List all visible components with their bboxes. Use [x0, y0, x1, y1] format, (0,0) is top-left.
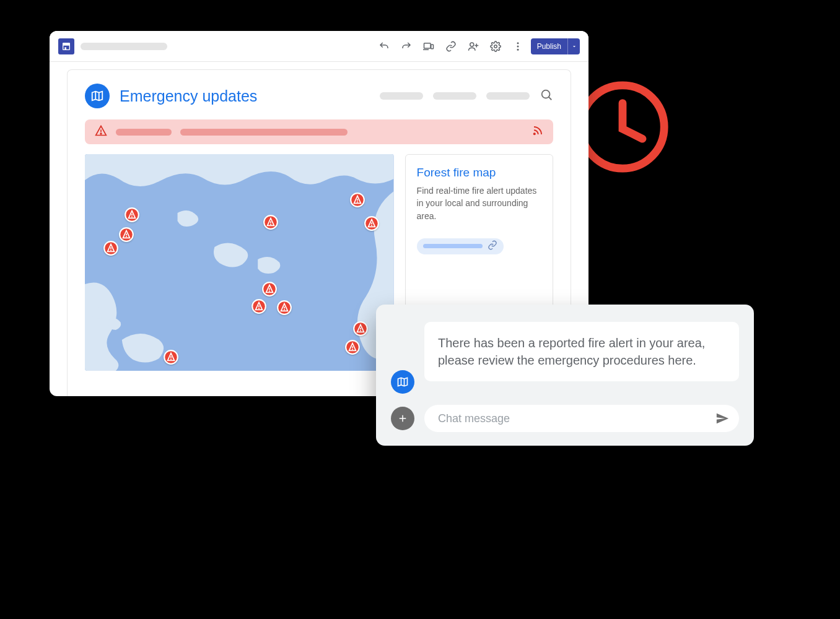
svg-point-58 — [170, 358, 172, 360]
warning-triangle-icon — [95, 124, 107, 139]
fire-pin-icon[interactable] — [251, 298, 267, 314]
fire-pin-icon[interactable] — [276, 300, 292, 316]
external-link-chip[interactable] — [417, 238, 504, 254]
page-header: Emergency updates — [68, 70, 571, 117]
fire-pin-icon[interactable] — [103, 240, 119, 256]
person-add-icon[interactable] — [466, 40, 480, 53]
svg-point-43 — [269, 290, 270, 292]
undo-icon[interactable] — [377, 40, 391, 53]
svg-marker-14 — [92, 92, 103, 101]
devices-icon[interactable] — [422, 40, 435, 53]
nav-placeholder[interactable] — [380, 92, 423, 100]
chat-input-field[interactable] — [438, 412, 715, 425]
svg-point-10 — [494, 45, 497, 48]
svg-point-28 — [126, 236, 127, 237]
redo-icon[interactable] — [400, 40, 413, 53]
app-logo-icon[interactable] — [58, 38, 74, 54]
publish-button-label: Publish — [531, 42, 567, 51]
chat-bot-avatar — [391, 370, 414, 394]
chat-message-bubble[interactable]: There has been a reported fire alert in … — [424, 322, 739, 381]
send-icon[interactable] — [715, 412, 729, 425]
side-card-title: Forest fire map — [417, 166, 541, 180]
svg-point-11 — [517, 42, 518, 44]
map-icon — [85, 84, 110, 108]
add-attachment-button[interactable] — [391, 407, 414, 430]
alert-text-placeholder — [116, 129, 172, 136]
settings-icon[interactable] — [489, 40, 502, 53]
svg-rect-4 — [424, 43, 431, 48]
svg-point-37 — [357, 201, 358, 202]
svg-point-49 — [284, 309, 285, 310]
fire-pin-icon[interactable] — [124, 207, 140, 223]
alert-banner[interactable] — [85, 119, 553, 144]
search-icon[interactable] — [540, 88, 553, 104]
publish-button[interactable]: Publish — [531, 38, 580, 54]
svg-marker-59 — [398, 378, 408, 386]
svg-point-13 — [517, 48, 518, 50]
page-title: Emergency updates — [120, 87, 257, 105]
fire-pin-icon[interactable] — [352, 321, 369, 337]
nav-placeholder[interactable] — [433, 92, 476, 100]
alert-text-placeholder — [180, 129, 348, 136]
svg-rect-2 — [63, 43, 70, 45]
svg-line-18 — [549, 97, 552, 100]
toolbar: Publish — [50, 31, 588, 62]
svg-point-46 — [258, 308, 260, 309]
chat-message-row: There has been a reported fire alert in … — [391, 322, 739, 394]
svg-point-12 — [517, 45, 518, 47]
link-icon — [488, 240, 497, 253]
svg-point-20 — [100, 133, 102, 134]
chat-input-row — [391, 405, 739, 432]
svg-rect-3 — [64, 47, 66, 50]
svg-point-7 — [470, 43, 473, 46]
svg-point-40 — [371, 225, 372, 226]
publish-dropdown-icon[interactable] — [567, 38, 580, 54]
fire-pin-icon[interactable] — [261, 281, 278, 297]
chat-input[interactable] — [424, 405, 739, 432]
side-card-description: Find real-time fire alert updates in you… — [417, 184, 541, 222]
toolbar-icons — [377, 40, 525, 53]
svg-point-52 — [360, 330, 361, 331]
fire-pin-icon[interactable] — [263, 214, 279, 230]
link-icon[interactable] — [444, 40, 458, 53]
svg-point-31 — [110, 249, 112, 251]
doc-title-placeholder[interactable] — [81, 43, 167, 50]
fire-pin-icon[interactable] — [163, 349, 179, 365]
svg-point-34 — [270, 223, 271, 225]
link-chip-placeholder — [423, 244, 483, 248]
map[interactable] — [85, 154, 394, 371]
svg-point-25 — [131, 216, 133, 217]
svg-point-17 — [542, 90, 550, 98]
fire-pin-icon[interactable] — [118, 227, 134, 243]
chat-message-text: There has been a reported fire alert in … — [438, 334, 725, 369]
fire-pin-icon[interactable] — [344, 339, 361, 355]
more-vert-icon[interactable] — [511, 40, 525, 53]
svg-rect-5 — [431, 45, 433, 49]
fire-pin-icon[interactable] — [349, 192, 365, 208]
fire-pin-icon[interactable] — [364, 215, 380, 232]
rss-icon[interactable] — [532, 125, 543, 139]
svg-point-55 — [352, 348, 353, 350]
nav-placeholder[interactable] — [486, 92, 530, 100]
chat-widget: There has been a reported fire alert in … — [376, 305, 754, 446]
svg-point-21 — [534, 133, 535, 134]
